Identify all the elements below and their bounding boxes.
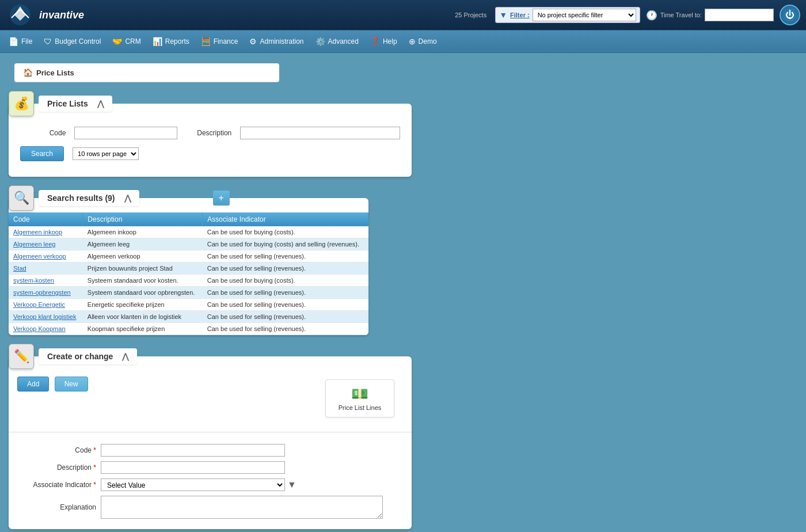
col-header-code: Code: [9, 212, 83, 226]
cell-indicator: Can be used for selling (revenues).: [203, 311, 368, 323]
table-row[interactable]: Stad Prijzen bouwunits project Stad Can …: [9, 263, 368, 275]
results-add-icon[interactable]: +: [213, 191, 230, 206]
create-section-title: Create or change: [47, 352, 113, 361]
nav-label-reports: Reports: [165, 37, 189, 45]
create-code-input[interactable]: [101, 444, 285, 457]
nav-item-advanced[interactable]: ⚙️ Advanced: [310, 34, 364, 49]
cell-description: Prijzen bouwunits project Stad: [83, 263, 203, 275]
nav-item-crm[interactable]: 🤝 CRM: [107, 34, 146, 49]
nav-item-file[interactable]: 📄 File: [3, 34, 38, 49]
price-list-lines-box[interactable]: 💵 Price List Lines: [325, 379, 394, 417]
nav-label-finance: Finance: [214, 37, 238, 45]
associate-indicator-select[interactable]: Select Value Can be used for buying (cos…: [101, 478, 285, 491]
power-button[interactable]: ⏻: [780, 5, 800, 25]
main-content: 🏠 Price Lists 💰 Price Lists ⋀ Code Descr…: [0, 53, 806, 532]
table-row[interactable]: Algemeen inkoop Algemeen inkoop Can be u…: [9, 226, 368, 238]
table-row[interactable]: Algemeen verkoop Algemeen verkoop Can be…: [9, 250, 368, 263]
select-dropdown-icon: ▼: [287, 480, 296, 490]
search-button[interactable]: Search: [20, 146, 64, 161]
create-form: Code * Description * Associate Indicator: [9, 438, 412, 529]
cell-indicator: Can be used for selling (revenues).: [203, 250, 368, 263]
code-link[interactable]: system-opbrengsten: [13, 289, 71, 296]
cell-code[interactable]: system-kosten: [9, 275, 83, 287]
new-button[interactable]: New: [55, 377, 88, 392]
code-required: *: [93, 446, 96, 454]
create-description-label: Description *: [20, 463, 101, 472]
search-collapse-btn[interactable]: ⋀: [97, 99, 104, 108]
nav-item-demo[interactable]: ⊕ Demo: [403, 34, 443, 49]
table-row[interactable]: Algemeen leeg Algemeen leeg Can be used …: [9, 238, 368, 250]
cell-code[interactable]: Algemeen inkoop: [9, 226, 83, 238]
cell-indicator: Can be used for buying (costs).: [203, 275, 368, 287]
cell-indicator: Can be used for selling (revenues).: [203, 287, 368, 299]
nav-item-administration[interactable]: ⚙ Administration: [244, 34, 309, 49]
nav-item-help[interactable]: ❓ Help: [364, 34, 403, 49]
nav-item-reports[interactable]: 📊 Reports: [147, 34, 195, 49]
code-link[interactable]: Verkoop Koopman: [13, 325, 66, 332]
code-link[interactable]: system-kosten: [13, 277, 54, 284]
cell-code[interactable]: system-opbrengsten: [9, 287, 83, 299]
cell-indicator: Can be used for selling (revenues).: [203, 299, 368, 311]
cell-description: Energetic specifieke prijzen: [83, 299, 203, 311]
nav-item-finance[interactable]: 🧮 Finance: [195, 34, 244, 49]
code-input[interactable]: [74, 127, 177, 139]
search-section-title: Price Lists: [47, 99, 88, 108]
nav-label-budget: Budget Control: [55, 37, 101, 45]
code-link[interactable]: Algemeen inkoop: [13, 229, 62, 235]
description-required: *: [93, 463, 96, 472]
cell-code[interactable]: Verkoop Energetic: [9, 299, 83, 311]
create-title-bar: Create or change ⋀: [39, 348, 137, 364]
code-link[interactable]: Verkoop Energetic: [13, 301, 65, 308]
breadcrumb-title: Price Lists: [36, 69, 74, 77]
filter-label[interactable]: Filter :: [510, 12, 530, 18]
cell-code[interactable]: Algemeen leeg: [9, 238, 83, 250]
create-section-header: ✏️ Create or change ⋀: [9, 344, 797, 369]
table-row[interactable]: system-opbrengsten Systeem standaard voo…: [9, 287, 368, 299]
home-icon: 🏠: [23, 68, 33, 77]
table-row[interactable]: Verkoop Koopman Koopman specifieke prijz…: [9, 323, 368, 335]
file-icon: 📄: [9, 37, 18, 46]
cell-description: Algemeen verkoop: [83, 250, 203, 263]
nav-item-budget-control[interactable]: 🛡 Budget Control: [38, 34, 107, 49]
create-explanation-row: Explanation: [20, 496, 400, 519]
code-link[interactable]: Verkoop klant logistiek: [13, 313, 76, 320]
breadcrumb: 🏠 Price Lists: [14, 63, 279, 82]
search-form: Code Description Search 10 rows per page…: [9, 118, 412, 177]
results-section-title: Search results (9): [47, 193, 115, 203]
cell-code[interactable]: Algemeen verkoop: [9, 250, 83, 263]
cell-indicator: Can be used for selling (revenues).: [203, 323, 368, 335]
create-indicator-row: Associate Indicator * Select Value Can b…: [20, 478, 400, 491]
top-bar: invantive 25 Projects ▼ Filter : No proj…: [0, 0, 806, 30]
logo-icon: [6, 3, 35, 26]
crm-icon: 🤝: [112, 37, 122, 46]
results-panel: Code Description Associate Indicator Alg…: [9, 198, 368, 335]
cell-code[interactable]: Verkoop klant logistiek: [9, 311, 83, 323]
search-results-icon: 🔍: [9, 185, 34, 211]
code-link[interactable]: Algemeen verkoop: [13, 253, 66, 260]
code-link[interactable]: Algemeen leeg: [13, 241, 55, 248]
create-description-input[interactable]: [101, 461, 285, 474]
search-section-header: 💰 Price Lists ⋀: [9, 91, 797, 116]
table-row[interactable]: system-kosten Systeem standaard voor kos…: [9, 275, 368, 287]
results-collapse-btn[interactable]: ⋀: [124, 193, 131, 203]
filter-select[interactable]: No project specific filter: [533, 9, 636, 21]
create-section-wrapper: ✏️ Create or change ⋀ Add New 💵 Price Li…: [9, 344, 797, 529]
create-collapse-btn[interactable]: ⋀: [122, 352, 128, 361]
table-row[interactable]: Verkoop Energetic Energetic specifieke p…: [9, 299, 368, 311]
cell-code[interactable]: Verkoop Koopman: [9, 323, 83, 335]
add-button[interactable]: Add: [17, 377, 49, 392]
time-travel-input[interactable]: [705, 9, 774, 21]
nav-label-advanced: Advanced: [328, 37, 359, 45]
table-row[interactable]: Verkoop klant logistiek Alleen voor klan…: [9, 311, 368, 323]
rows-per-page-select[interactable]: 10 rows per page 25 rows per page 50 row…: [73, 147, 139, 160]
results-section-wrapper: 🔍 Search results (9) ⋀ + Code Descriptio…: [9, 185, 797, 335]
reports-icon: 📊: [153, 37, 162, 46]
code-link[interactable]: Stad: [13, 265, 26, 272]
explanation-textarea[interactable]: [101, 496, 383, 519]
finance-icon: 🧮: [201, 37, 211, 46]
cell-code[interactable]: Stad: [9, 263, 83, 275]
projects-count: 25 Projects: [455, 12, 486, 18]
create-panel: Add New 💵 Price List Lines Code *: [9, 356, 412, 529]
cell-indicator: Can be used for buying (costs) and selli…: [203, 238, 368, 250]
description-input[interactable]: [240, 127, 400, 139]
